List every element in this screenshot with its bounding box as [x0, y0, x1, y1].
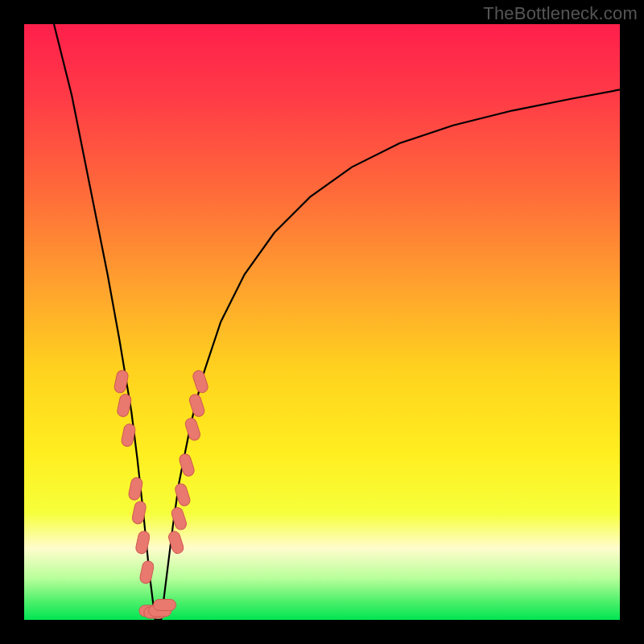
curve-marker: [154, 600, 176, 611]
bottleneck-chart: [24, 24, 620, 620]
watermark-text: TheBottleneck.com: [483, 3, 638, 24]
outer-frame: TheBottleneck.com: [0, 0, 644, 644]
plot-area: [24, 24, 620, 620]
gradient-background: [24, 24, 620, 620]
